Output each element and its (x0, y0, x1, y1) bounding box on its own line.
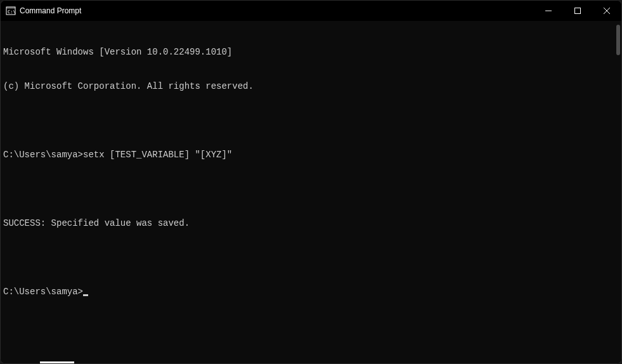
blank-line (3, 252, 612, 263)
bottom-bar (1, 358, 621, 363)
blank-line (3, 115, 612, 126)
window-controls (534, 1, 621, 21)
svg-text:C:\: C:\ (8, 10, 16, 15)
output-line: (c) Microsoft Corporation. All rights re… (3, 81, 612, 92)
svg-rect-4 (575, 8, 581, 14)
output-line: SUCCESS: Specified value was saved. (3, 218, 612, 229)
command-prompt-window: C:\ Command Prompt (0, 0, 622, 364)
maximize-button[interactable] (563, 1, 592, 21)
minimize-button[interactable] (534, 1, 563, 21)
terminal-content[interactable]: Microsoft Windows [Version 10.0.22499.10… (3, 23, 612, 358)
blank-line (3, 183, 612, 195)
command-text: setx [TEST_VARIABLE] "[XYZ]" (83, 149, 232, 160)
svg-rect-1 (6, 7, 15, 9)
vertical-scrollbar[interactable] (612, 23, 621, 358)
bottom-highlight (40, 361, 74, 363)
cursor (83, 294, 88, 296)
prompt-text: C:\Users\samya> (3, 149, 83, 160)
current-prompt-line: C:\Users\samya> (3, 286, 612, 297)
terminal-body[interactable]: Microsoft Windows [Version 10.0.22499.10… (1, 21, 621, 358)
cmd-icon: C:\ (6, 6, 16, 16)
prompt-text: C:\Users\samya> (3, 286, 83, 297)
titlebar[interactable]: C:\ Command Prompt (1, 1, 621, 21)
close-button[interactable] (592, 1, 621, 21)
output-line: Microsoft Windows [Version 10.0.22499.10… (3, 46, 612, 58)
window-title: Command Prompt (20, 6, 81, 15)
scrollbar-thumb[interactable] (616, 25, 620, 55)
command-line: C:\Users\samya>setx [TEST_VARIABLE] "[XY… (3, 149, 612, 160)
